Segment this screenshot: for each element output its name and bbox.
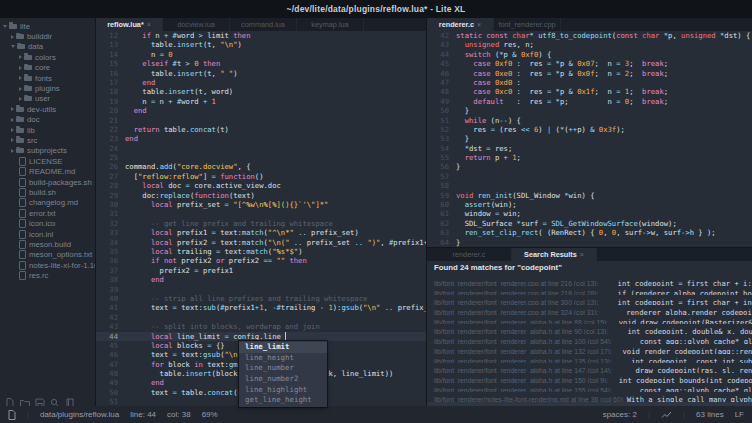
tree-item-fonts[interactable]: fonts <box>0 73 95 83</box>
tree-item-core[interactable]: core <box>0 63 95 73</box>
search-result-row[interactable]: lib/font_renderer/font_renderer_alpha.h … <box>427 315 752 325</box>
code-line-text[interactable]: return table.concat(t) <box>125 125 426 134</box>
tree-item-lite[interactable]: lite <box>0 21 95 31</box>
code-line-text[interactable]: -- get line prefix and trailing whitespa… <box>125 219 426 228</box>
search-result-row[interactable]: lib/font_renderer/font_renderer.cpp at l… <box>427 305 752 315</box>
code-line-text[interactable]: n = 0 <box>125 50 426 59</box>
code-line-text[interactable]: case 0xe0 : res = *p & 0x0f; n = 2; brea… <box>456 69 752 78</box>
code-line-text[interactable]: -- strip all line prefixes and trailing … <box>125 294 426 303</box>
tab-command.lua[interactable]: command.lua <box>230 18 297 31</box>
statusbar-file-path[interactable]: data/plugins/reflow.lua <box>40 410 119 419</box>
code-line-text[interactable]: text = text:sub(#prefix1+1, -#trailing -… <box>125 303 426 312</box>
code-line-text[interactable] <box>456 172 752 181</box>
tree-item-plugins[interactable]: plugins <box>0 83 95 93</box>
code-line-text[interactable]: } <box>456 162 752 171</box>
search-result-row[interactable]: lib/font_renderer/font_renderer_alpha.h … <box>427 363 752 373</box>
code-line-text[interactable]: default : res = *p; n = 0; break; <box>456 97 752 106</box>
tree-item-icon.ico[interactable]: icon.ico <box>0 218 95 228</box>
code-line-text[interactable]: window = win; <box>456 209 752 218</box>
tree-item-src[interactable]: src <box>0 135 95 145</box>
code-line-text[interactable]: SDL_Surface *surf = SDL_GetWindowSurface… <box>456 219 752 228</box>
code-line-text[interactable]: local prefix2 = text:match("\n(" .. pref… <box>125 238 426 247</box>
code-line-text[interactable]: unsigned res, n; <box>456 40 752 49</box>
search-result-row[interactable]: lib/font_renderer/font_renderer.cpp at l… <box>427 276 752 286</box>
code-line-text[interactable]: table.insert(t, "\n") <box>125 40 426 49</box>
tree-item-changelog.md[interactable]: changelog.md <box>0 198 95 208</box>
code-line-text[interactable]: local prefix1 = text:match("^\n*" .. pre… <box>125 228 426 237</box>
tree-item-lib[interactable]: lib <box>0 125 95 135</box>
search-icon[interactable] <box>50 394 60 404</box>
code-line-text[interactable]: ren_set_clip_rect( (RenRect) { 0, 0, sur… <box>456 228 752 237</box>
tree-item-error.txt[interactable]: error.txt <box>0 208 95 218</box>
tab-reflow.lua*[interactable]: reflow.lua*× <box>96 18 163 31</box>
tab-close-icon[interactable]: × <box>580 251 584 258</box>
tab-renderer.c[interactable]: renderer.c <box>427 248 512 261</box>
code-line-text[interactable] <box>125 144 426 153</box>
code-line-text[interactable] <box>456 181 752 190</box>
code-line-text[interactable]: end <box>125 134 426 143</box>
code-line-text[interactable] <box>125 209 426 218</box>
tree-item-colors[interactable]: colors <box>0 52 95 62</box>
code-line-text[interactable] <box>125 313 426 322</box>
search-result-row[interactable]: lib/font_renderer/font_renderer_alpha.h … <box>427 334 752 344</box>
code-line-text[interactable]: doc:replace(function(text) <box>125 191 426 200</box>
code-line-text[interactable]: if not prefix2 or prefix2 == "" then <box>125 256 426 265</box>
tree-item-dev-utils[interactable]: dev-utils <box>0 104 95 114</box>
code-line-text[interactable]: void ren_init(SDL_Window *win) { <box>456 191 752 200</box>
search-result-row[interactable]: lib/font_renderer/font_renderer_alpha.h … <box>427 344 752 354</box>
code-line-text[interactable]: command.add("core.docview", { <box>125 162 426 171</box>
autocomplete-item-line_height[interactable]: line_height <box>239 353 327 364</box>
tree-item-build-packages.sh[interactable]: build-packages.sh <box>0 177 95 187</box>
statusbar-indent[interactable]: spaces: 2 <box>603 410 637 419</box>
statusbar-line-ending[interactable]: LF <box>735 410 744 419</box>
search-result-row[interactable]: lib/font_renderer/font_renderer_alpha.h … <box>427 373 752 383</box>
code-line-text[interactable]: static const char* utf8_to_codepoint(con… <box>456 31 752 40</box>
autocomplete-item-line_limit[interactable]: line_limit <box>239 342 327 353</box>
new-file-icon[interactable] <box>5 394 15 404</box>
tab-close-icon[interactable]: × <box>477 21 481 28</box>
code-line-text[interactable]: table.insert(t, word) <box>125 87 426 96</box>
code-line-text[interactable]: } <box>456 238 752 247</box>
autocomplete-item-line_number[interactable]: line_number <box>239 363 327 374</box>
code-line-text[interactable]: ["reflow:reflow"] = function() <box>125 172 426 181</box>
tree-item-builddir[interactable]: builddir <box>0 31 95 41</box>
code-line-text[interactable]: prefix2 = prefix1 <box>125 266 426 275</box>
code-line-text[interactable]: case 0xc0 : res = *p & 0x1f; n = 1; brea… <box>456 87 752 96</box>
code-line-text[interactable]: n = n + #word + 1 <box>125 97 426 106</box>
tab-close-icon[interactable]: × <box>147 21 151 28</box>
code-line-text[interactable]: end <box>125 106 426 115</box>
search-result-row[interactable]: lib/font_renderer/font_renderer.cpp at l… <box>427 286 752 296</box>
tree-item-meson.build[interactable]: meson.build <box>0 239 95 249</box>
code-line-text[interactable]: } <box>456 134 752 143</box>
code-line-text[interactable]: case 0xf0 : res = *p & 0x07; n = 3; brea… <box>456 59 752 68</box>
code-line-text[interactable]: table.insert(t, " ") <box>125 69 426 78</box>
code-line-text[interactable]: *dst = res; <box>456 144 752 153</box>
tree-item-LICENSE[interactable]: LICENSE <box>0 156 95 166</box>
tab-renderer.c[interactable]: renderer.c× <box>427 18 494 31</box>
tree-item-res.rc[interactable]: res.rc <box>0 270 95 280</box>
tree-item-meson_options.txt[interactable]: meson_options.txt <box>0 250 95 260</box>
tree-item-doc[interactable]: doc <box>0 115 95 125</box>
tree-item-build.sh[interactable]: build.sh <box>0 187 95 197</box>
code-line-text[interactable]: local line_limit = config.line_ <box>125 332 426 341</box>
autocomplete-item-get_line_height[interactable]: get_line_height <box>239 395 327 406</box>
code-line-text[interactable]: local doc = core.active_view.doc <box>125 181 426 190</box>
autocomplete-item-line_number2[interactable]: line_number2 <box>239 374 327 385</box>
tree-item-data[interactable]: data <box>0 42 95 52</box>
code-line-text[interactable]: res = (res << 6) | (*(++p) & 0x3f); <box>456 125 752 134</box>
code-line-text[interactable]: elseif #t > 0 then <box>125 59 426 68</box>
search-result-row[interactable]: lib/font_renderer/notes-lite-font-render… <box>427 392 752 402</box>
search-result-row[interactable]: lib/font_renderer/font_renderer_alpha.h … <box>427 324 752 334</box>
code-line-text[interactable]: return p + 1; <box>456 153 752 162</box>
right-code-editor[interactable]: 42static const char* utf8_to_codepoint(c… <box>427 31 752 247</box>
code-line-text[interactable]: local trailing = text:match("%s*$") <box>125 247 426 256</box>
tree-item-README.md[interactable]: README.md <box>0 166 95 176</box>
save-icon[interactable] <box>35 394 45 404</box>
tab-font_renderer.cpp[interactable]: font_renderer.cpp <box>494 18 561 31</box>
tree-item-notes-lite-xl-for-1.16[interactable]: notes-lite-xl-for-1.16 <box>0 260 95 270</box>
book-icon[interactable] <box>65 394 75 404</box>
tree-item-subprojects[interactable]: subprojects <box>0 146 95 156</box>
code-line-text[interactable]: if n + #word > limit then <box>125 31 426 40</box>
code-line-text[interactable]: assert(win); <box>456 200 752 209</box>
code-line-text[interactable]: } <box>456 106 752 115</box>
